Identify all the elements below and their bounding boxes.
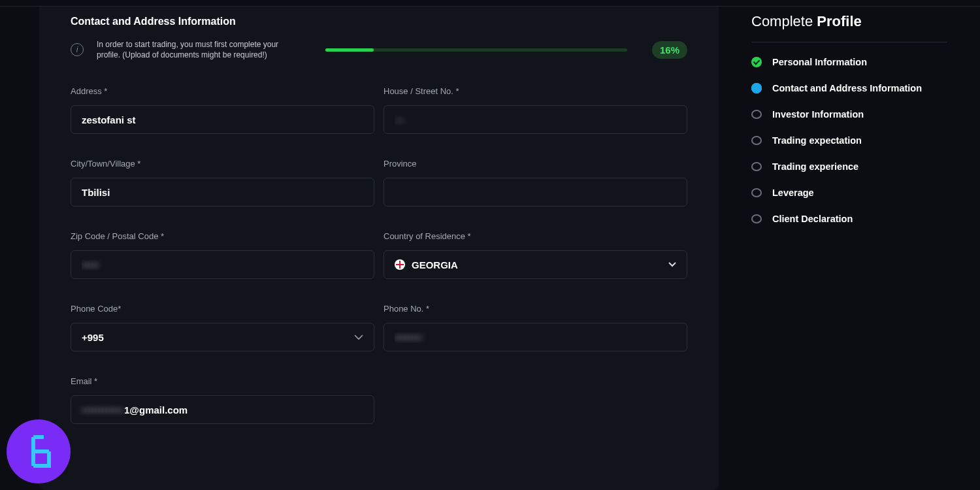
step-client-declaration[interactable]: Client Declaration	[751, 214, 947, 224]
select-country-value: GEORGIA	[412, 259, 458, 270]
notice-text: In order to start trading, you must firs…	[97, 39, 299, 60]
email-masked: ••••••••••••	[82, 404, 123, 416]
input-city[interactable]	[71, 178, 374, 206]
sidebar-title-light: Complete	[751, 13, 817, 29]
select-phonecode-value: +995	[82, 332, 104, 343]
label-email: Email *	[71, 376, 374, 386]
field-city: City/Town/Village *	[71, 159, 374, 206]
field-zip: Zip Code / Postal Code *	[71, 231, 374, 279]
flag-icon	[395, 259, 405, 270]
label-city: City/Town/Village *	[71, 159, 374, 169]
step-label: Trading experience	[772, 161, 858, 172]
step-contact-address[interactable]: Contact and Address Information	[751, 83, 947, 93]
circle-icon	[751, 162, 762, 171]
field-province: Province	[384, 159, 687, 206]
field-house: House / Street No. *	[384, 86, 687, 134]
label-phone: Phone No. *	[384, 304, 687, 314]
check-circle-icon	[751, 57, 762, 67]
select-country[interactable]: GEORGIA	[384, 250, 687, 279]
input-house[interactable]	[384, 105, 687, 134]
label-country: Country of Residence *	[384, 231, 687, 241]
brand-logo-icon	[20, 433, 57, 470]
circle-icon	[751, 136, 762, 145]
step-personal-information[interactable]: Personal Information	[751, 57, 947, 67]
step-label: Contact and Address Information	[772, 83, 922, 93]
current-dot-icon	[751, 83, 762, 93]
step-label: Personal Information	[772, 57, 867, 67]
progress-fill	[325, 48, 374, 52]
label-province: Province	[384, 159, 687, 169]
input-zip[interactable]	[71, 250, 374, 279]
brand-fab[interactable]	[7, 419, 71, 483]
progress-percent-badge: 16%	[652, 41, 687, 59]
sidebar-title-bold: Profile	[817, 13, 861, 29]
top-divider	[0, 0, 980, 7]
input-email[interactable]: •••••••••••• 1@gmail.com	[71, 395, 374, 424]
notice-row: i In order to start trading, you must fi…	[71, 39, 687, 60]
step-trading-expectation[interactable]: Trading expectation	[751, 135, 947, 146]
info-icon: i	[71, 43, 84, 56]
input-province[interactable]	[384, 178, 687, 206]
step-leverage[interactable]: Leverage	[751, 188, 947, 198]
step-label: Leverage	[772, 188, 814, 198]
email-visible: 1@gmail.com	[124, 404, 188, 416]
caret-down-icon	[668, 262, 676, 267]
sidebar: Complete Profile Personal Information Co…	[751, 7, 947, 490]
chevron-down-icon	[354, 335, 363, 340]
label-zip: Zip Code / Postal Code *	[71, 231, 374, 241]
sidebar-divider	[751, 42, 947, 42]
page-wrap: Contact and Address Information i In ord…	[0, 7, 980, 490]
sidebar-title: Complete Profile	[751, 13, 947, 30]
circle-icon	[751, 214, 762, 223]
circle-icon	[751, 110, 762, 119]
step-investor-information[interactable]: Investor Information	[751, 109, 947, 120]
select-phonecode[interactable]: +995	[71, 323, 374, 351]
step-trading-experience[interactable]: Trading experience	[751, 161, 947, 172]
input-phone[interactable]	[384, 323, 687, 351]
field-country: Country of Residence * GEORGIA	[384, 231, 687, 279]
form-grid: Address * House / Street No. * City/Town…	[71, 86, 687, 424]
field-phonecode: Phone Code* +995	[71, 304, 374, 351]
field-email: Email * •••••••••••• 1@gmail.com	[71, 376, 374, 424]
field-address: Address *	[71, 86, 374, 134]
label-phonecode: Phone Code*	[71, 304, 374, 314]
step-list: Personal Information Contact and Address…	[751, 57, 947, 224]
progress-bar	[325, 48, 627, 52]
section-title: Contact and Address Information	[71, 16, 687, 27]
field-phone: Phone No. *	[384, 304, 687, 351]
step-label: Investor Information	[772, 109, 864, 120]
label-address: Address *	[71, 86, 374, 96]
main-panel: Contact and Address Information i In ord…	[39, 7, 719, 490]
step-label: Client Declaration	[772, 214, 853, 224]
input-address[interactable]	[71, 105, 374, 134]
circle-icon	[751, 188, 762, 197]
step-label: Trading expectation	[772, 135, 862, 146]
label-house: House / Street No. *	[384, 86, 687, 96]
